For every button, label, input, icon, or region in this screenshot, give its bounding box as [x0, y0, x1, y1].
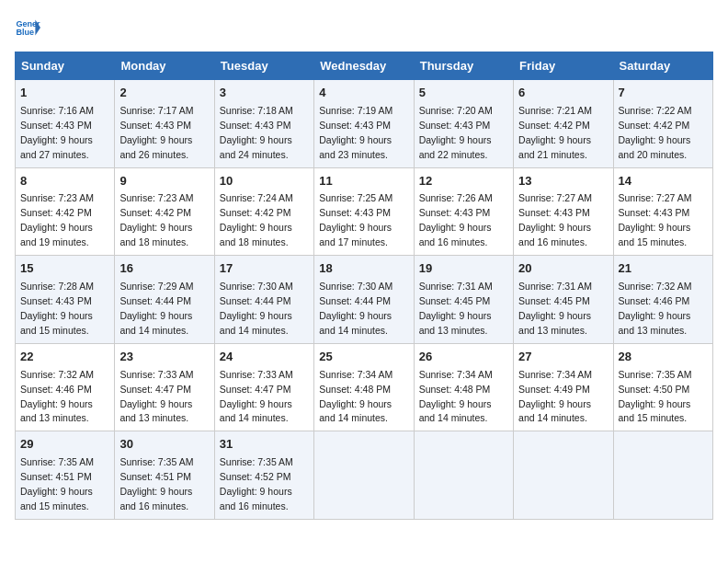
day-info: Sunrise: 7:31 AMSunset: 4:45 PMDaylight:… [419, 281, 493, 336]
day-number: 8 [20, 173, 109, 190]
day-number: 1 [20, 85, 109, 102]
calendar-cell [414, 431, 513, 520]
col-tuesday: Tuesday [214, 52, 313, 80]
day-number: 18 [319, 260, 408, 278]
calendar-cell: 2Sunrise: 7:17 AMSunset: 4:43 PMDaylight… [115, 80, 214, 168]
day-number: 7 [619, 85, 708, 102]
day-number: 12 [419, 173, 508, 190]
day-info: Sunrise: 7:17 AMSunset: 4:43 PMDaylight:… [119, 105, 193, 160]
calendar-cell: 8Sunrise: 7:23 AMSunset: 4:42 PMDaylight… [16, 167, 115, 256]
day-number: 29 [20, 436, 109, 454]
day-info: Sunrise: 7:35 AMSunset: 4:51 PMDaylight:… [20, 456, 94, 511]
day-info: Sunrise: 7:34 AMSunset: 4:48 PMDaylight:… [419, 369, 493, 424]
calendar-table: Sunday Monday Tuesday Wednesday Thursday… [15, 52, 713, 520]
col-monday: Monday [115, 52, 214, 80]
day-info: Sunrise: 7:24 AMSunset: 4:42 PMDaylight:… [220, 192, 293, 247]
calendar-cell: 5Sunrise: 7:20 AMSunset: 4:43 PMDaylight… [414, 80, 513, 168]
day-info: Sunrise: 7:27 AMSunset: 4:43 PMDaylight:… [518, 192, 592, 247]
calendar-cell: 20Sunrise: 7:31 AMSunset: 4:45 PMDayligh… [514, 256, 613, 344]
calendar-cell: 17Sunrise: 7:30 AMSunset: 4:44 PMDayligh… [214, 256, 313, 344]
day-number: 20 [518, 260, 608, 278]
day-number: 5 [419, 85, 508, 102]
col-wednesday: Wednesday [314, 52, 414, 80]
day-number: 21 [619, 260, 708, 278]
day-info: Sunrise: 7:35 AMSunset: 4:52 PMDaylight:… [220, 456, 293, 511]
calendar-body: 1Sunrise: 7:16 AMSunset: 4:43 PMDaylight… [16, 80, 713, 520]
day-number: 10 [220, 173, 309, 190]
col-thursday: Thursday [414, 52, 513, 80]
logo-icon: General Blue [15, 15, 40, 40]
day-info: Sunrise: 7:30 AMSunset: 4:44 PMDaylight:… [319, 281, 392, 336]
day-info: Sunrise: 7:25 AMSunset: 4:43 PMDaylight:… [319, 192, 392, 247]
calendar-cell: 10Sunrise: 7:24 AMSunset: 4:42 PMDayligh… [214, 167, 313, 256]
day-number: 3 [220, 85, 309, 102]
calendar-cell: 14Sunrise: 7:27 AMSunset: 4:43 PMDayligh… [613, 167, 712, 256]
day-info: Sunrise: 7:32 AMSunset: 4:46 PMDaylight:… [20, 369, 94, 424]
svg-text:Blue: Blue [16, 28, 34, 37]
day-info: Sunrise: 7:26 AMSunset: 4:43 PMDaylight:… [419, 192, 493, 247]
calendar-row: 8Sunrise: 7:23 AMSunset: 4:42 PMDaylight… [16, 167, 713, 256]
day-info: Sunrise: 7:33 AMSunset: 4:47 PMDaylight:… [119, 369, 193, 424]
day-number: 31 [220, 436, 309, 454]
calendar-cell: 3Sunrise: 7:18 AMSunset: 4:43 PMDaylight… [214, 80, 313, 168]
day-number: 14 [619, 173, 708, 190]
day-info: Sunrise: 7:22 AMSunset: 4:42 PMDaylight:… [619, 105, 692, 160]
day-number: 2 [119, 85, 209, 102]
day-info: Sunrise: 7:34 AMSunset: 4:48 PMDaylight:… [319, 369, 392, 424]
day-number: 26 [419, 349, 508, 366]
calendar-cell: 26Sunrise: 7:34 AMSunset: 4:48 PMDayligh… [414, 343, 513, 431]
col-friday: Friday [514, 52, 613, 80]
day-info: Sunrise: 7:28 AMSunset: 4:43 PMDaylight:… [20, 281, 94, 336]
calendar-cell: 13Sunrise: 7:27 AMSunset: 4:43 PMDayligh… [514, 167, 613, 256]
day-number: 17 [220, 260, 309, 278]
calendar-cell: 25Sunrise: 7:34 AMSunset: 4:48 PMDayligh… [314, 343, 414, 431]
logo: General Blue [15, 15, 40, 40]
calendar-cell: 7Sunrise: 7:22 AMSunset: 4:42 PMDaylight… [613, 80, 712, 168]
day-number: 19 [419, 260, 508, 278]
calendar-cell: 1Sunrise: 7:16 AMSunset: 4:43 PMDaylight… [16, 80, 115, 168]
calendar-cell: 29Sunrise: 7:35 AMSunset: 4:51 PMDayligh… [16, 431, 115, 520]
day-number: 11 [319, 173, 408, 190]
day-info: Sunrise: 7:19 AMSunset: 4:43 PMDaylight:… [319, 105, 392, 160]
calendar-cell: 21Sunrise: 7:32 AMSunset: 4:46 PMDayligh… [613, 256, 712, 344]
calendar-cell [314, 431, 414, 520]
calendar-cell: 22Sunrise: 7:32 AMSunset: 4:46 PMDayligh… [16, 343, 115, 431]
day-number: 25 [319, 349, 408, 366]
calendar-cell: 31Sunrise: 7:35 AMSunset: 4:52 PMDayligh… [214, 431, 313, 520]
calendar-cell [613, 431, 712, 520]
calendar-row: 29Sunrise: 7:35 AMSunset: 4:51 PMDayligh… [16, 431, 713, 520]
day-info: Sunrise: 7:33 AMSunset: 4:47 PMDaylight:… [220, 369, 293, 424]
calendar-header: Sunday Monday Tuesday Wednesday Thursday… [16, 52, 713, 80]
calendar-cell: 6Sunrise: 7:21 AMSunset: 4:42 PMDaylight… [514, 80, 613, 168]
day-number: 4 [319, 85, 408, 102]
calendar-cell: 24Sunrise: 7:33 AMSunset: 4:47 PMDayligh… [214, 343, 313, 431]
header: General Blue [15, 15, 713, 40]
calendar-row: 22Sunrise: 7:32 AMSunset: 4:46 PMDayligh… [16, 343, 713, 431]
day-info: Sunrise: 7:30 AMSunset: 4:44 PMDaylight:… [220, 281, 293, 336]
col-saturday: Saturday [613, 52, 712, 80]
day-info: Sunrise: 7:34 AMSunset: 4:49 PMDaylight:… [518, 369, 592, 424]
day-number: 30 [119, 436, 209, 454]
day-number: 22 [20, 349, 109, 366]
day-number: 27 [518, 349, 608, 366]
calendar-cell: 18Sunrise: 7:30 AMSunset: 4:44 PMDayligh… [314, 256, 414, 344]
calendar-cell: 27Sunrise: 7:34 AMSunset: 4:49 PMDayligh… [514, 343, 613, 431]
day-info: Sunrise: 7:35 AMSunset: 4:50 PMDaylight:… [619, 369, 692, 424]
col-sunday: Sunday [16, 52, 115, 80]
day-info: Sunrise: 7:18 AMSunset: 4:43 PMDaylight:… [220, 105, 293, 160]
day-info: Sunrise: 7:23 AMSunset: 4:42 PMDaylight:… [20, 192, 94, 247]
calendar-cell: 30Sunrise: 7:35 AMSunset: 4:51 PMDayligh… [115, 431, 214, 520]
day-number: 13 [518, 173, 608, 190]
day-number: 9 [119, 173, 209, 190]
calendar-cell: 23Sunrise: 7:33 AMSunset: 4:47 PMDayligh… [115, 343, 214, 431]
calendar-cell: 19Sunrise: 7:31 AMSunset: 4:45 PMDayligh… [414, 256, 513, 344]
day-number: 24 [220, 349, 309, 366]
calendar-cell: 11Sunrise: 7:25 AMSunset: 4:43 PMDayligh… [314, 167, 414, 256]
calendar-cell: 28Sunrise: 7:35 AMSunset: 4:50 PMDayligh… [613, 343, 712, 431]
day-info: Sunrise: 7:32 AMSunset: 4:46 PMDaylight:… [619, 281, 692, 336]
calendar-row: 15Sunrise: 7:28 AMSunset: 4:43 PMDayligh… [16, 256, 713, 344]
day-info: Sunrise: 7:21 AMSunset: 4:42 PMDaylight:… [518, 105, 592, 160]
day-number: 15 [20, 260, 109, 278]
day-info: Sunrise: 7:23 AMSunset: 4:42 PMDaylight:… [119, 192, 193, 247]
day-number: 6 [518, 85, 608, 102]
